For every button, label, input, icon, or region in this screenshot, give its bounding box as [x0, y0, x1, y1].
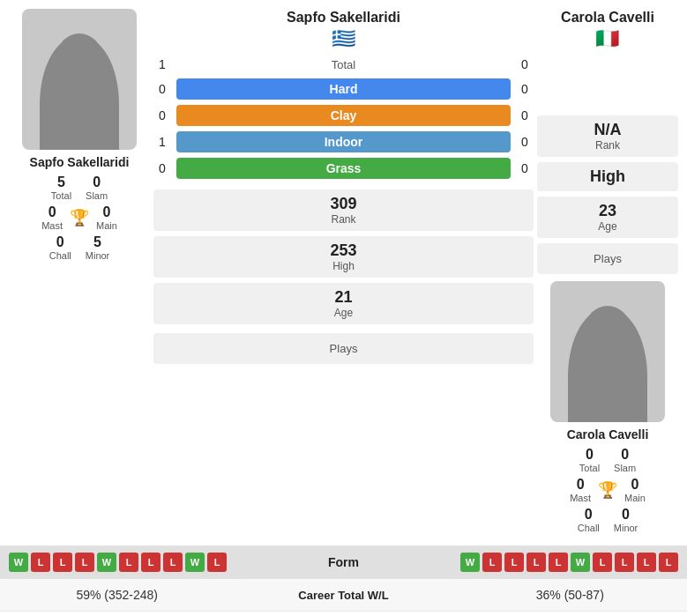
center-panel: Sapfo Sakellaridi 🇬🇷 1 Total 0 0 Hard 0 [150, 9, 537, 533]
indoor-badge: Indoor [176, 131, 511, 152]
form-badge-l: L [482, 553, 502, 572]
grass-surface-row: 0 Grass 0 [153, 158, 534, 179]
career-stats-table: 59% (352-248) Career Total W/L 36% (50-8… [0, 579, 687, 616]
right-grass-score: 0 [516, 161, 534, 175]
right-mast-value: 0 [577, 477, 585, 493]
left-chall-label: Chall [49, 250, 71, 261]
form-badge-l: L [75, 553, 94, 572]
right-total-value: 0 [586, 447, 594, 463]
surface-rows: 0 Hard 0 0 Clay 0 1 Indoor 0 [153, 78, 534, 179]
form-section: WLLLWLLLWL Form WLLLLWLLLL [0, 545, 687, 579]
right-main-value: 0 [631, 477, 638, 493]
right-trophy-row: 0 Mast 🏆 0 Main [570, 477, 646, 503]
left-indoor-score: 1 [153, 135, 171, 149]
form-badge-l: L [504, 553, 524, 572]
right-chall-minor-row: 0 Chall 0 Minor [578, 507, 638, 533]
career-left-val: 59% (352-248) [14, 588, 220, 602]
form-badge-l: L [207, 553, 227, 572]
left-grass-score: 0 [153, 161, 171, 175]
left-minor-value: 5 [93, 234, 101, 250]
left-player-name: Sapfo Sakellaridi [30, 155, 130, 169]
right-mast-stat: 0 Mast [570, 477, 591, 503]
career-center-label: Career Total W/L [220, 589, 467, 602]
form-badge-l: L [637, 553, 656, 572]
right-rank-label: Rank [546, 139, 669, 152]
career-stats-row: 47% (25-28) YTD W/L 50% (10-10) [0, 612, 687, 616]
left-player-card: Sapfo Sakellaridi 5 Total 0 Slam 0 Mast … [9, 9, 150, 533]
left-player-avatar [22, 9, 137, 150]
left-clay-score: 0 [153, 108, 171, 122]
form-badge-l: L [659, 553, 678, 572]
left-total-score: 1 [153, 57, 171, 71]
left-plays-box: Plays [153, 333, 534, 364]
right-indoor-score: 0 [516, 135, 534, 149]
right-slam-stat: 0 Slam [614, 447, 636, 473]
form-badge-w: W [9, 553, 28, 572]
right-total-label: Total [579, 463, 600, 473]
right-slam-value: 0 [621, 447, 629, 463]
right-player-name-header: Carola Cavelli [561, 9, 654, 26]
left-high-label: High [162, 260, 525, 272]
right-rank-value: N/A [546, 121, 669, 139]
left-minor-stat: 5 Minor [86, 234, 110, 261]
right-total-stat: 0 Total [579, 447, 600, 473]
right-player-stats-top: 0 Total 0 Slam [579, 447, 636, 473]
left-main-label: Main [96, 220, 117, 231]
right-age-label: Age [546, 220, 669, 233]
left-mast-value: 0 [49, 204, 56, 220]
left-age-box: 21 Age [153, 283, 534, 324]
left-rank-box: 309 Rank [153, 189, 534, 231]
left-age-label: Age [162, 307, 525, 319]
form-badge-w: W [185, 553, 205, 572]
right-main-stat: 0 Main [624, 477, 646, 503]
right-slam-label: Slam [614, 463, 636, 473]
form-label: Form [227, 555, 460, 569]
left-trophy-icon: 🏆 [70, 208, 89, 227]
left-total-label: Total [51, 190, 71, 201]
left-age-value: 21 [162, 288, 525, 307]
left-plays-label: Plays [162, 342, 525, 355]
left-minor-label: Minor [86, 250, 110, 261]
player-comparison: Sapfo Sakellaridi 5 Total 0 Slam 0 Mast … [0, 0, 687, 542]
right-minor-label: Minor [614, 523, 638, 533]
right-player-name: Carola Cavelli [567, 427, 649, 442]
left-mast-stat: 0 Mast [41, 204, 63, 231]
total-row-wrapper: 1 Total 0 0 Hard 0 0 Clay 0 [153, 57, 534, 184]
right-high-value: High [546, 167, 669, 186]
left-rank-label: Rank [162, 213, 525, 226]
right-chall-label: Chall [578, 523, 600, 533]
left-player-stats-top: 5 Total 0 Slam [51, 174, 108, 201]
right-chall-value: 0 [585, 507, 593, 523]
form-badge-l: L [526, 553, 546, 572]
indoor-surface-row: 1 Indoor 0 [153, 131, 534, 152]
main-container: Sapfo Sakellaridi 5 Total 0 Slam 0 Mast … [0, 0, 687, 616]
left-chall-minor-row: 0 Chall 5 Minor [49, 234, 110, 261]
right-mast-label: Mast [570, 493, 591, 503]
left-player-name-header: Sapfo Sakellaridi [287, 9, 400, 26]
right-player-card: Carola Cavelli 🇮🇹 N/A Rank High 23 Age P… [537, 9, 678, 533]
form-badge-l: L [615, 553, 634, 572]
right-form-badges: WLLLLWLLLL [460, 553, 678, 572]
right-hard-score: 0 [516, 82, 534, 96]
right-clay-score: 0 [516, 108, 534, 122]
left-high-value: 253 [162, 241, 525, 260]
form-badge-l: L [163, 553, 183, 572]
hard-surface-row: 0 Hard 0 [153, 78, 534, 100]
left-avatar-silhouette [40, 35, 119, 150]
left-high-box: 253 High [153, 236, 534, 278]
left-main-value: 0 [102, 204, 110, 220]
right-player-header: Carola Cavelli 🇮🇹 [561, 9, 654, 50]
right-high-box: High [537, 162, 678, 191]
left-player-flag: 🇬🇷 [332, 27, 355, 50]
left-chall-value: 0 [56, 234, 64, 250]
left-form-badges: WLLLWLLLWL [9, 553, 227, 572]
right-minor-stat: 0 Minor [614, 507, 638, 533]
form-badge-l: L [593, 553, 612, 572]
grass-badge: Grass [176, 158, 511, 179]
form-badge-w: W [97, 553, 116, 572]
clay-surface-row: 0 Clay 0 [153, 105, 534, 126]
right-total-score: 0 [516, 57, 534, 71]
form-badge-l: L [119, 553, 138, 572]
right-minor-value: 0 [622, 507, 630, 523]
left-slam-value: 0 [93, 174, 101, 190]
